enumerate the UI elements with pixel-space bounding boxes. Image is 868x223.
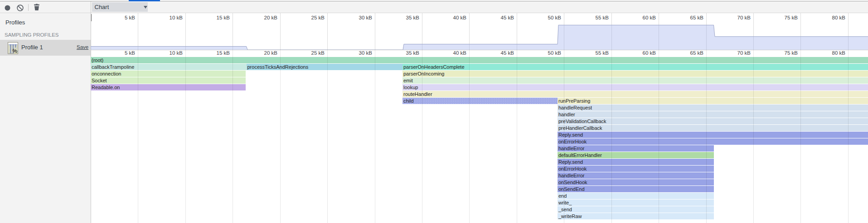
svg-text:%: %	[12, 47, 17, 54]
